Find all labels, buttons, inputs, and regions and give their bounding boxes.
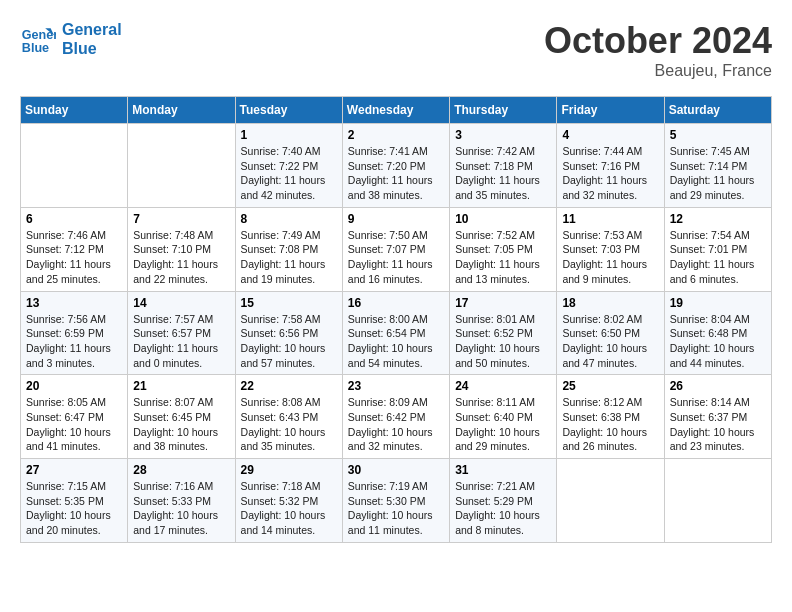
calendar-cell [21,124,128,208]
calendar-cell: 11Sunrise: 7:53 AMSunset: 7:03 PMDayligh… [557,207,664,291]
calendar-cell: 19Sunrise: 8:04 AMSunset: 6:48 PMDayligh… [664,291,771,375]
calendar-cell: 23Sunrise: 8:09 AMSunset: 6:42 PMDayligh… [342,375,449,459]
cell-daylight-info: Sunrise: 8:07 AMSunset: 6:45 PMDaylight:… [133,395,229,454]
day-number: 13 [26,296,122,310]
logo-blue: Blue [62,39,122,58]
day-number: 9 [348,212,444,226]
day-number: 3 [455,128,551,142]
calendar-cell: 8Sunrise: 7:49 AMSunset: 7:08 PMDaylight… [235,207,342,291]
day-number: 6 [26,212,122,226]
calendar-cell: 16Sunrise: 8:00 AMSunset: 6:54 PMDayligh… [342,291,449,375]
calendar-cell: 13Sunrise: 7:56 AMSunset: 6:59 PMDayligh… [21,291,128,375]
calendar-cell: 24Sunrise: 8:11 AMSunset: 6:40 PMDayligh… [450,375,557,459]
day-number: 16 [348,296,444,310]
logo-icon: General Blue [20,21,56,57]
day-number: 7 [133,212,229,226]
calendar-cell [557,459,664,543]
day-number: 22 [241,379,337,393]
cell-daylight-info: Sunrise: 7:54 AMSunset: 7:01 PMDaylight:… [670,228,766,287]
cell-daylight-info: Sunrise: 8:02 AMSunset: 6:50 PMDaylight:… [562,312,658,371]
cell-daylight-info: Sunrise: 7:41 AMSunset: 7:20 PMDaylight:… [348,144,444,203]
calendar-cell: 21Sunrise: 8:07 AMSunset: 6:45 PMDayligh… [128,375,235,459]
calendar-week-row: 1Sunrise: 7:40 AMSunset: 7:22 PMDaylight… [21,124,772,208]
title-block: October 2024 Beaujeu, France [544,20,772,80]
calendar-week-row: 20Sunrise: 8:05 AMSunset: 6:47 PMDayligh… [21,375,772,459]
day-number: 24 [455,379,551,393]
day-number: 26 [670,379,766,393]
cell-daylight-info: Sunrise: 7:45 AMSunset: 7:14 PMDaylight:… [670,144,766,203]
calendar-cell: 28Sunrise: 7:16 AMSunset: 5:33 PMDayligh… [128,459,235,543]
day-number: 23 [348,379,444,393]
location: Beaujeu, France [544,62,772,80]
logo-general: General [62,20,122,39]
calendar-table: SundayMondayTuesdayWednesdayThursdayFrid… [20,96,772,543]
weekday-header-row: SundayMondayTuesdayWednesdayThursdayFrid… [21,97,772,124]
calendar-week-row: 27Sunrise: 7:15 AMSunset: 5:35 PMDayligh… [21,459,772,543]
day-number: 15 [241,296,337,310]
cell-daylight-info: Sunrise: 8:04 AMSunset: 6:48 PMDaylight:… [670,312,766,371]
cell-daylight-info: Sunrise: 8:08 AMSunset: 6:43 PMDaylight:… [241,395,337,454]
weekday-header-wednesday: Wednesday [342,97,449,124]
cell-daylight-info: Sunrise: 7:42 AMSunset: 7:18 PMDaylight:… [455,144,551,203]
day-number: 25 [562,379,658,393]
cell-daylight-info: Sunrise: 7:53 AMSunset: 7:03 PMDaylight:… [562,228,658,287]
calendar-cell: 14Sunrise: 7:57 AMSunset: 6:57 PMDayligh… [128,291,235,375]
day-number: 21 [133,379,229,393]
day-number: 18 [562,296,658,310]
day-number: 27 [26,463,122,477]
day-number: 1 [241,128,337,142]
cell-daylight-info: Sunrise: 7:16 AMSunset: 5:33 PMDaylight:… [133,479,229,538]
calendar-cell: 1Sunrise: 7:40 AMSunset: 7:22 PMDaylight… [235,124,342,208]
cell-daylight-info: Sunrise: 7:21 AMSunset: 5:29 PMDaylight:… [455,479,551,538]
svg-text:Blue: Blue [22,41,49,55]
calendar-cell: 18Sunrise: 8:02 AMSunset: 6:50 PMDayligh… [557,291,664,375]
day-number: 14 [133,296,229,310]
day-number: 28 [133,463,229,477]
cell-daylight-info: Sunrise: 7:49 AMSunset: 7:08 PMDaylight:… [241,228,337,287]
calendar-cell: 4Sunrise: 7:44 AMSunset: 7:16 PMDaylight… [557,124,664,208]
calendar-cell: 22Sunrise: 8:08 AMSunset: 6:43 PMDayligh… [235,375,342,459]
day-number: 19 [670,296,766,310]
calendar-cell: 20Sunrise: 8:05 AMSunset: 6:47 PMDayligh… [21,375,128,459]
day-number: 11 [562,212,658,226]
day-number: 2 [348,128,444,142]
cell-daylight-info: Sunrise: 8:01 AMSunset: 6:52 PMDaylight:… [455,312,551,371]
cell-daylight-info: Sunrise: 8:11 AMSunset: 6:40 PMDaylight:… [455,395,551,454]
weekday-header-sunday: Sunday [21,97,128,124]
calendar-cell: 27Sunrise: 7:15 AMSunset: 5:35 PMDayligh… [21,459,128,543]
calendar-week-row: 13Sunrise: 7:56 AMSunset: 6:59 PMDayligh… [21,291,772,375]
day-number: 12 [670,212,766,226]
day-number: 4 [562,128,658,142]
calendar-cell: 5Sunrise: 7:45 AMSunset: 7:14 PMDaylight… [664,124,771,208]
cell-daylight-info: Sunrise: 8:09 AMSunset: 6:42 PMDaylight:… [348,395,444,454]
calendar-cell: 2Sunrise: 7:41 AMSunset: 7:20 PMDaylight… [342,124,449,208]
calendar-cell: 25Sunrise: 8:12 AMSunset: 6:38 PMDayligh… [557,375,664,459]
calendar-cell: 6Sunrise: 7:46 AMSunset: 7:12 PMDaylight… [21,207,128,291]
cell-daylight-info: Sunrise: 7:57 AMSunset: 6:57 PMDaylight:… [133,312,229,371]
weekday-header-thursday: Thursday [450,97,557,124]
calendar-cell [664,459,771,543]
page-header: General Blue General Blue October 2024 B… [20,20,772,80]
month-title: October 2024 [544,20,772,62]
day-number: 8 [241,212,337,226]
weekday-header-saturday: Saturday [664,97,771,124]
calendar-cell: 26Sunrise: 8:14 AMSunset: 6:37 PMDayligh… [664,375,771,459]
cell-daylight-info: Sunrise: 7:15 AMSunset: 5:35 PMDaylight:… [26,479,122,538]
cell-daylight-info: Sunrise: 7:48 AMSunset: 7:10 PMDaylight:… [133,228,229,287]
day-number: 5 [670,128,766,142]
cell-daylight-info: Sunrise: 7:46 AMSunset: 7:12 PMDaylight:… [26,228,122,287]
cell-daylight-info: Sunrise: 7:50 AMSunset: 7:07 PMDaylight:… [348,228,444,287]
calendar-cell: 3Sunrise: 7:42 AMSunset: 7:18 PMDaylight… [450,124,557,208]
weekday-header-tuesday: Tuesday [235,97,342,124]
day-number: 17 [455,296,551,310]
calendar-cell [128,124,235,208]
cell-daylight-info: Sunrise: 7:56 AMSunset: 6:59 PMDaylight:… [26,312,122,371]
cell-daylight-info: Sunrise: 8:05 AMSunset: 6:47 PMDaylight:… [26,395,122,454]
day-number: 20 [26,379,122,393]
calendar-cell: 15Sunrise: 7:58 AMSunset: 6:56 PMDayligh… [235,291,342,375]
day-number: 10 [455,212,551,226]
logo: General Blue General Blue [20,20,122,58]
cell-daylight-info: Sunrise: 7:18 AMSunset: 5:32 PMDaylight:… [241,479,337,538]
calendar-cell: 17Sunrise: 8:01 AMSunset: 6:52 PMDayligh… [450,291,557,375]
cell-daylight-info: Sunrise: 7:44 AMSunset: 7:16 PMDaylight:… [562,144,658,203]
